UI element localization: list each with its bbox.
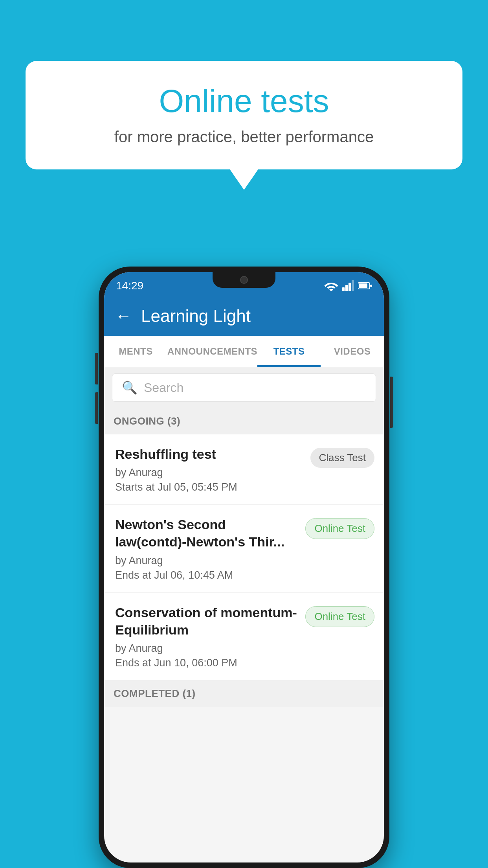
promo-bubble: Online tests for more practice, better p…	[26, 61, 462, 169]
test-date: Starts at Jul 05, 05:45 PM	[115, 481, 303, 493]
volume-down-button	[95, 392, 98, 424]
battery-icon	[358, 282, 372, 290]
test-title: Reshuffling test	[115, 445, 303, 463]
test-date: Ends at Jun 10, 06:00 PM	[115, 657, 297, 669]
test-info: Conservation of momentum-Equilibrium by …	[115, 604, 305, 669]
test-author: by Anurag	[115, 467, 303, 479]
test-date: Ends at Jul 06, 10:45 AM	[115, 569, 297, 581]
svg-rect-1	[345, 285, 348, 291]
bubble-title: Online tests	[49, 83, 439, 120]
test-list: Reshuffling test by Anurag Starts at Jul…	[104, 434, 384, 680]
status-time: 14:29	[116, 280, 143, 292]
test-badge: Online Test	[305, 518, 374, 539]
test-item[interactable]: Conservation of momentum-Equilibrium by …	[104, 593, 384, 680]
tab-tests[interactable]: TESTS	[257, 336, 321, 367]
search-bar[interactable]: 🔍 Search	[112, 373, 376, 402]
power-button	[390, 377, 393, 428]
test-title: Conservation of momentum-Equilibrium	[115, 604, 297, 638]
tab-bar: MENTS ANNOUNCEMENTS TESTS VIDEOS	[104, 336, 384, 367]
app-bar: ← Learning Light	[104, 296, 384, 336]
test-item[interactable]: Reshuffling test by Anurag Starts at Jul…	[104, 434, 384, 505]
status-icons	[324, 280, 372, 291]
svg-rect-6	[370, 285, 372, 287]
svg-rect-2	[349, 283, 351, 291]
phone-mockup: 14:29	[99, 267, 389, 868]
ongoing-section-header: ONGOING (3)	[104, 408, 384, 434]
svg-rect-3	[352, 280, 354, 291]
svg-rect-0	[342, 287, 345, 291]
search-icon: 🔍	[122, 380, 138, 395]
test-item[interactable]: Newton's Second law(contd)-Newton's Thir…	[104, 505, 384, 592]
test-author: by Anurag	[115, 555, 297, 567]
tab-announcements[interactable]: ANNOUNCEMENTS	[167, 336, 257, 367]
phone-outer: 14:29	[99, 267, 389, 868]
test-info: Newton's Second law(contd)-Newton's Thir…	[115, 516, 305, 581]
wifi-icon	[324, 280, 338, 291]
svg-rect-5	[359, 283, 367, 288]
test-info: Reshuffling test by Anurag Starts at Jul…	[115, 445, 310, 493]
search-placeholder: Search	[144, 381, 183, 395]
search-container: 🔍 Search	[104, 367, 384, 408]
test-badge: Online Test	[305, 606, 374, 627]
test-badge: Class Test	[310, 448, 374, 468]
back-button[interactable]: ←	[115, 307, 132, 326]
tab-ments[interactable]: MENTS	[104, 336, 167, 367]
bubble-subtitle: for more practice, better performance	[49, 128, 439, 146]
volume-up-button	[95, 353, 98, 384]
signal-icon	[342, 280, 354, 291]
phone-screen: 14:29	[104, 272, 384, 862]
completed-section-header: COMPLETED (1)	[104, 680, 384, 707]
app-bar-title: Learning Light	[141, 306, 251, 326]
test-title: Newton's Second law(contd)-Newton's Thir…	[115, 516, 297, 550]
phone-notch	[213, 272, 275, 288]
tab-videos[interactable]: VIDEOS	[321, 336, 384, 367]
test-author: by Anurag	[115, 642, 297, 655]
front-camera	[240, 276, 248, 284]
